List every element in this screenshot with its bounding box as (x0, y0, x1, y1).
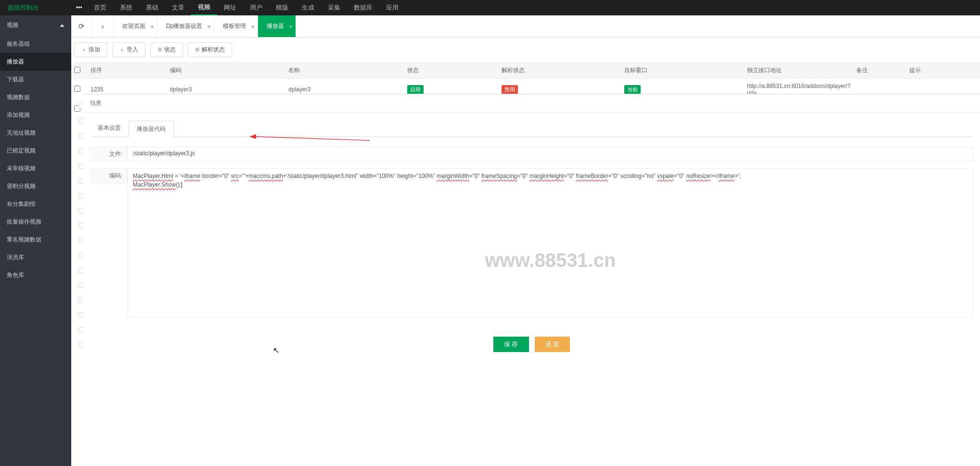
top-menu: 首页系统基础文章视频网址用户模版生成采集数据库应用 (87, 0, 405, 15)
top-bar: 超级控制台 ••• 首页系统基础文章视频网址用户模版生成采集数据库应用 (0, 0, 980, 15)
parse-status-button[interactable]: ⚙解析状态 (188, 42, 232, 57)
parse-badge[interactable]: 禁用 (502, 85, 518, 94)
sidebar-item[interactable]: 批量操作视频 (0, 213, 71, 231)
top-menu-item[interactable]: 基础 (139, 0, 165, 15)
content-tab[interactable]: 模板管理✕ (214, 15, 258, 37)
top-menu-item[interactable]: 首页 (87, 0, 113, 15)
content-tab[interactable]: 播放器✕ (258, 15, 296, 37)
col-url[interactable]: 独立接口地址 (744, 63, 853, 79)
content-tab[interactable]: 欢迎页面✕ (114, 15, 157, 37)
modal-tab-strip: 基本设置 播放器代码 (83, 113, 980, 137)
col-name[interactable]: 名称 (285, 63, 404, 79)
sidebar-item[interactable]: 角色库 (0, 266, 71, 284)
col-code[interactable]: 编码 (167, 63, 286, 79)
tab-bar: ⟳ ‹ 欢迎页面✕Dp播放器设置✕模板管理✕播放器✕ (71, 15, 980, 38)
sidebar-item[interactable]: 无地址视频 (0, 124, 71, 142)
ellipsis-icon[interactable]: ••• (71, 4, 87, 11)
sidebar-item[interactable]: 未审核视频 (0, 160, 71, 177)
code-label: 编码: (90, 168, 128, 183)
form-area: 文件: /static/player/dplayer3.js 编码: MacPl… (83, 137, 980, 329)
top-menu-item[interactable]: 文章 (165, 0, 191, 15)
top-menu-item[interactable]: 数据库 (347, 0, 379, 15)
plus-icon: ＋ (81, 46, 87, 53)
col-parse[interactable]: 解析状态 (499, 63, 621, 79)
top-menu-item[interactable]: 采集 (321, 0, 347, 15)
back-icon[interactable]: ‹ (92, 15, 114, 37)
sidebar-item[interactable]: 已锁定视频 (0, 142, 71, 160)
modal-title: 信息 (83, 94, 980, 113)
col-target[interactable]: 目标窗口 (621, 63, 744, 79)
select-all-checkbox[interactable] (74, 67, 80, 73)
code-textarea[interactable]: MacPlayer.Html = '<iframe border="0" src… (128, 168, 973, 317)
target-badge[interactable]: 当前 (624, 85, 641, 94)
watermark: www.88531.cn (485, 246, 616, 275)
save-button[interactable]: 保 存 (493, 337, 529, 352)
content-tab[interactable]: Dp播放器设置✕ (157, 15, 214, 37)
sidebar-item[interactable]: 有分集剧情 (0, 195, 71, 213)
col-sort[interactable]: 排序 (88, 63, 167, 79)
sidebar-header-label: 视频 (7, 21, 18, 29)
sidebar-item[interactable]: 演员库 (0, 249, 71, 266)
col-remark[interactable]: 备注 (853, 63, 906, 79)
top-menu-item[interactable]: 网址 (217, 0, 243, 15)
sidebar: 视频 服务器组播放器下载器视频数据添加视频无地址视频已锁定视频未审核视频需积分视… (0, 15, 71, 466)
plus-icon: ＋ (119, 46, 125, 53)
top-menu-item[interactable]: 视频 (191, 0, 217, 15)
file-label: 文件: (90, 147, 128, 162)
toolbar: ＋添加 ＋导入 ⚙状态 ⚙解析状态 (71, 38, 980, 62)
sidebar-item[interactable]: 播放器 (0, 53, 71, 71)
info-modal: 信息 基本设置 播放器代码 文件: /static/player/dplayer… (83, 94, 980, 466)
sidebar-item[interactable]: 添加视频 (0, 106, 71, 124)
reset-button[interactable]: 还 原 (535, 337, 570, 352)
close-icon[interactable]: ✕ (207, 24, 211, 29)
top-menu-item[interactable]: 生成 (295, 0, 321, 15)
refresh-icon[interactable]: ⟳ (71, 15, 92, 37)
sidebar-item[interactable]: 重名视频数据 (0, 231, 71, 249)
top-menu-item[interactable]: 模版 (269, 0, 295, 15)
sidebar-header[interactable]: 视频 (0, 15, 71, 35)
sidebar-item[interactable]: 下载器 (0, 71, 71, 88)
add-button[interactable]: ＋添加 (74, 42, 107, 57)
top-menu-item[interactable]: 用户 (243, 0, 269, 15)
file-input[interactable]: /static/player/dplayer3.js (128, 147, 973, 162)
close-icon[interactable]: ✕ (251, 24, 255, 29)
status-button[interactable]: ⚙状态 (150, 42, 183, 57)
sidebar-item[interactable]: 需积分视频 (0, 177, 71, 195)
sidebar-item[interactable]: 服务器组 (0, 35, 71, 53)
chevron-up-icon (60, 24, 64, 27)
text-cursor (181, 182, 182, 189)
gear-icon: ⚙ (157, 47, 162, 53)
gear-icon: ⚙ (195, 47, 200, 53)
import-button[interactable]: ＋导入 (112, 42, 145, 57)
sidebar-item[interactable]: 视频数据 (0, 88, 71, 106)
row-checkbox[interactable] (74, 86, 80, 92)
tab-basic-settings[interactable]: 基本设置 (90, 120, 129, 137)
close-icon[interactable]: ✕ (150, 24, 154, 29)
brand: 超级控制台 (0, 3, 71, 12)
top-menu-item[interactable]: 系统 (113, 0, 139, 15)
col-status[interactable]: 状态 (404, 63, 499, 79)
top-menu-item[interactable]: 应用 (379, 0, 405, 15)
modal-buttons: 保 存 还 原 (83, 329, 980, 360)
close-icon[interactable]: ✕ (289, 24, 293, 29)
col-hint[interactable]: 提示 (906, 63, 980, 79)
status-badge[interactable]: 启用 (407, 85, 424, 94)
tab-player-code[interactable]: 播放器代码 (129, 121, 174, 137)
